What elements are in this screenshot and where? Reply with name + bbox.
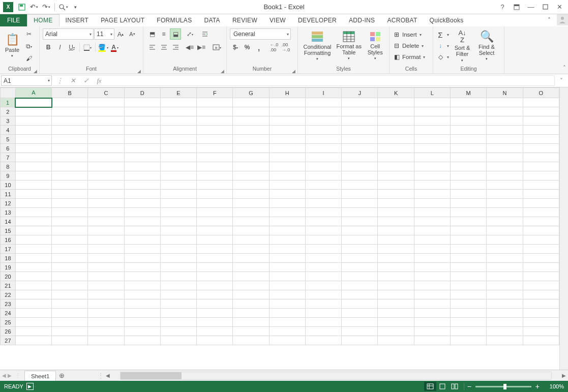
decrease-font-button[interactable]: A▾ [127, 28, 138, 40]
cell-O3[interactable] [523, 116, 559, 126]
paste-button[interactable]: 📋 Paste ▾ [3, 27, 21, 64]
row-header-5[interactable]: 5 [1, 135, 16, 144]
cell-J10[interactable] [342, 180, 378, 190]
cell-D24[interactable] [124, 309, 160, 318]
cell-B23[interactable] [52, 299, 88, 309]
cell-E23[interactable] [160, 299, 196, 309]
cell-M23[interactable] [450, 299, 486, 309]
cell-O16[interactable] [523, 235, 559, 245]
cell-N21[interactable] [487, 281, 523, 290]
cell-F18[interactable] [197, 254, 233, 263]
cell-M2[interactable] [450, 107, 486, 116]
cell-I16[interactable] [305, 235, 341, 245]
cell-O20[interactable] [523, 272, 559, 281]
undo-button[interactable]: ↶▾ [28, 2, 40, 13]
font-name-combo[interactable]: Arial▾ [43, 28, 94, 40]
cell-J17[interactable] [342, 245, 378, 254]
cell-O18[interactable] [523, 254, 559, 263]
cell-K25[interactable] [378, 318, 414, 327]
cell-I15[interactable] [305, 226, 341, 235]
cell-L14[interactable] [414, 217, 450, 226]
col-header-O[interactable]: O [523, 88, 559, 98]
cell-N8[interactable] [487, 162, 523, 171]
cell-J6[interactable] [342, 144, 378, 153]
cell-H6[interactable] [269, 144, 305, 153]
cell-F25[interactable] [197, 318, 233, 327]
cell-G23[interactable] [233, 299, 269, 309]
cell-B2[interactable] [52, 107, 88, 116]
format-as-table-button[interactable]: Format as Table▾ [336, 27, 362, 64]
zoom-level[interactable]: 100% [545, 383, 564, 389]
cell-B27[interactable] [52, 336, 88, 345]
cell-I12[interactable] [305, 199, 341, 208]
cell-F27[interactable] [197, 336, 233, 345]
align-middle-button[interactable]: ≡ [158, 28, 169, 40]
col-header-I[interactable]: I [305, 88, 341, 98]
enter-formula-button[interactable]: ✓ [79, 77, 93, 84]
cell-H11[interactable] [269, 190, 305, 199]
cell-M25[interactable] [450, 318, 486, 327]
cell-F5[interactable] [197, 135, 233, 144]
row-header-21[interactable]: 21 [1, 281, 16, 290]
row-header-18[interactable]: 18 [1, 254, 16, 263]
cell-I7[interactable] [305, 153, 341, 162]
row-header-6[interactable]: 6 [1, 144, 16, 153]
cell-K8[interactable] [378, 162, 414, 171]
cell-H7[interactable] [269, 153, 305, 162]
row-header-22[interactable]: 22 [1, 290, 16, 299]
cell-B12[interactable] [52, 199, 88, 208]
cell-J21[interactable] [342, 281, 378, 290]
cell-L3[interactable] [414, 116, 450, 126]
cell-C1[interactable] [88, 98, 124, 107]
print-preview-button[interactable]: ▾ [57, 2, 69, 13]
cell-H9[interactable] [269, 171, 305, 180]
cell-B6[interactable] [52, 144, 88, 153]
cell-G4[interactable] [233, 126, 269, 135]
sheet-nav-next[interactable]: ▶ [8, 373, 12, 378]
cell-B26[interactable] [52, 327, 88, 336]
cell-A11[interactable] [15, 190, 51, 199]
cell-K20[interactable] [378, 272, 414, 281]
cell-I24[interactable] [305, 309, 341, 318]
cell-C7[interactable] [88, 153, 124, 162]
cell-L19[interactable] [414, 263, 450, 272]
cell-O9[interactable] [523, 171, 559, 180]
cell-O10[interactable] [523, 180, 559, 190]
cell-K3[interactable] [378, 116, 414, 126]
cell-L24[interactable] [414, 309, 450, 318]
cell-N3[interactable] [487, 116, 523, 126]
cell-L10[interactable] [414, 180, 450, 190]
cell-J13[interactable] [342, 208, 378, 217]
cell-C6[interactable] [88, 144, 124, 153]
cell-K10[interactable] [378, 180, 414, 190]
cell-M8[interactable] [450, 162, 486, 171]
cell-M17[interactable] [450, 245, 486, 254]
cell-B19[interactable] [52, 263, 88, 272]
cell-K6[interactable] [378, 144, 414, 153]
maximize-button[interactable] [539, 2, 552, 13]
cell-H8[interactable] [269, 162, 305, 171]
cell-J22[interactable] [342, 290, 378, 299]
cell-C3[interactable] [88, 116, 124, 126]
cell-F19[interactable] [197, 263, 233, 272]
row-header-12[interactable]: 12 [1, 199, 16, 208]
row-header-3[interactable]: 3 [1, 116, 16, 126]
cell-N17[interactable] [487, 245, 523, 254]
cell-E12[interactable] [160, 199, 196, 208]
cell-E17[interactable] [160, 245, 196, 254]
cell-C25[interactable] [88, 318, 124, 327]
col-header-N[interactable]: N [487, 88, 523, 98]
cell-N4[interactable] [487, 126, 523, 135]
cell-L8[interactable] [414, 162, 450, 171]
cell-N1[interactable] [487, 98, 523, 107]
cell-B3[interactable] [52, 116, 88, 126]
cell-L16[interactable] [414, 235, 450, 245]
cell-J1[interactable] [342, 98, 378, 107]
cell-I20[interactable] [305, 272, 341, 281]
row-header-11[interactable]: 11 [1, 190, 16, 199]
cell-M4[interactable] [450, 126, 486, 135]
cell-B4[interactable] [52, 126, 88, 135]
cell-A5[interactable] [15, 135, 51, 144]
currency-button[interactable]: $▾ [230, 42, 241, 53]
cell-N27[interactable] [487, 336, 523, 345]
